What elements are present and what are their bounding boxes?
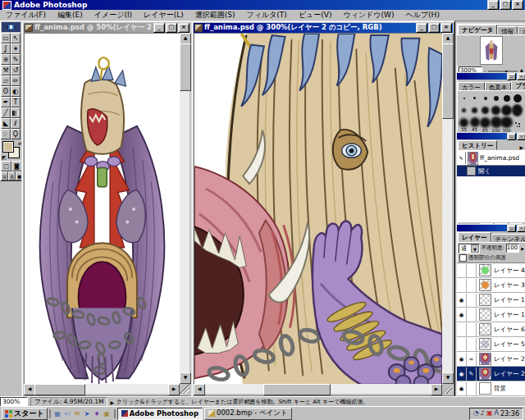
brushes-palette-titlebar[interactable]: ▭ × — [457, 73, 525, 80]
preserve-transparency-checkbox[interactable] — [459, 254, 467, 262]
doc50-vscroll-thumb[interactable] — [180, 43, 191, 91]
menu-filter[interactable]: フィルタ(T) — [241, 9, 293, 21]
channels-icon[interactable]: ➤ — [83, 409, 92, 418]
menu-select[interactable]: 選択範囲(S) — [189, 9, 241, 21]
dodge-tool[interactable]: ◐ — [11, 86, 21, 97]
eraser-tool[interactable]: ▱ — [1, 75, 11, 86]
rectangular-marquee-tool[interactable]: ▭ — [1, 33, 11, 43]
close-button[interactable]: × — [512, 0, 523, 10]
move-tool[interactable]: ↖ — [11, 33, 21, 43]
doc300-scroll-right-icon[interactable]: ▶ — [431, 384, 442, 395]
rubber-stamp-tool[interactable]: ⚒ — [1, 65, 11, 75]
doc50-vertical-scrollbar[interactable]: ▲ ▼ — [180, 33, 189, 384]
folder-icon[interactable]: ▣ — [103, 409, 112, 418]
brush-preset[interactable] — [459, 104, 469, 116]
visibility-eye-icon[interactable]: ◉ — [457, 308, 467, 322]
history-brush-tool[interactable]: ↺ — [11, 65, 21, 75]
layers-close-button[interactable]: × — [517, 225, 525, 232]
hand-tool[interactable]: ☞ — [1, 129, 11, 139]
brush-preset[interactable] — [512, 92, 523, 104]
start-button[interactable]: スタート — [2, 408, 48, 420]
layer-row[interactable]: レイヤー 6 — [457, 322, 525, 337]
brush-preset[interactable] — [512, 104, 523, 116]
foreground-color-swatch[interactable] — [2, 141, 14, 153]
brush-preset[interactable] — [480, 92, 491, 104]
layer-row[interactable]: ◉レイヤー 1 のコピー — [457, 293, 525, 308]
brush-preset[interactable] — [469, 104, 480, 116]
brush-preset[interactable] — [501, 92, 512, 104]
doc50-titlebar[interactable]: ff_anima.psd @ 50%(レイヤー 2 のコピー, RGB) _ □… — [24, 23, 190, 33]
gradient-tool[interactable] — [11, 107, 21, 118]
pencil-tool[interactable]: ✏ — [11, 75, 21, 86]
brush-preset[interactable] — [501, 104, 512, 116]
pen-tool[interactable]: ✒ — [1, 97, 11, 107]
document-window-50[interactable]: ff_anima.psd @ 50%(レイヤー 2 のコピー, RGB) _ □… — [21, 21, 193, 397]
layers-palette-titlebar[interactable]: ▭ × — [457, 225, 525, 231]
menu-window[interactable]: ウィンドウ(W) — [337, 9, 399, 21]
link-column[interactable] — [467, 382, 477, 395]
tray-scheduler-icon[interactable]: ◔ — [473, 409, 479, 418]
layer-row[interactable]: レイヤー 5 — [457, 337, 525, 352]
brush-preset[interactable]: 35 — [459, 116, 469, 133]
navigator-thumbnail[interactable] — [480, 36, 503, 65]
tab-navigator-オプション[interactable]: オプション — [518, 26, 525, 34]
doc300-minimize-button[interactable]: _ — [416, 23, 427, 33]
visibility-eye-icon[interactable]: ◉ — [457, 294, 467, 307]
layer-row[interactable]: レイヤー 4 — [457, 263, 525, 278]
doc300-vscroll-thumb[interactable] — [442, 43, 454, 119]
visibility-eye-icon[interactable]: ◉ — [457, 382, 467, 395]
brush-preset[interactable]: 65 — [480, 116, 491, 133]
tab-color-ブラシ[interactable]: ブラシ — [511, 80, 525, 90]
brush-preset[interactable] — [480, 104, 491, 116]
blur-tool[interactable]: ʘ — [1, 86, 11, 97]
taskbar-button-paint[interactable]: 0002.bmp - ペイント — [204, 408, 292, 420]
doc300-close-button[interactable]: × — [441, 23, 452, 33]
brush-preset[interactable] — [469, 92, 480, 104]
link-icon[interactable]: ∞ — [467, 353, 477, 366]
tab-layers-チャンネル[interactable]: チャンネル — [491, 234, 525, 242]
brush-preset[interactable] — [491, 92, 501, 104]
history-collapse-button[interactable]: ▭ — [507, 133, 516, 140]
lasso-tool[interactable]: ʆ — [1, 43, 11, 54]
brush-preset[interactable]: 100 — [491, 116, 501, 133]
measure-tool[interactable]: ╱ — [1, 107, 11, 118]
internet-explorer-icon[interactable]: ℮ — [63, 409, 72, 418]
magic-wand-tool[interactable]: ✦ — [11, 43, 21, 54]
airbrush-tool[interactable]: ≋ — [1, 54, 11, 65]
link-column[interactable] — [467, 264, 477, 277]
menu-edit[interactable]: 編集(E) — [52, 9, 89, 21]
visibility-eye-icon[interactable] — [457, 264, 467, 277]
doc50-close-button[interactable]: × — [178, 23, 189, 33]
opacity-arrow-icon[interactable]: ▶ — [521, 246, 524, 251]
status-tip-arrow-icon[interactable]: ▶ — [110, 399, 114, 405]
eyedropper-tool[interactable]: ℓ — [11, 118, 21, 129]
show-desktop-icon[interactable]: ▦ — [53, 409, 62, 418]
visibility-eye-icon[interactable] — [457, 338, 467, 351]
fullscreen-menubar-button[interactable]: ▥ — [8, 171, 16, 180]
type-tool[interactable]: T — [11, 97, 21, 107]
paintbrush-tool[interactable]: ✎ — [11, 54, 21, 65]
history-brush-source-box[interactable]: ✎ — [457, 152, 466, 164]
doc300-vertical-scrollbar[interactable]: ▲ ▼ — [442, 33, 452, 384]
doc50-scroll-up-icon[interactable]: ▲ — [180, 33, 191, 44]
default-colors-icon[interactable]: ◩ — [2, 154, 7, 160]
doc50-restore-button[interactable]: □ — [166, 23, 177, 33]
visibility-eye-icon[interactable] — [457, 323, 467, 336]
brushes-collapse-button[interactable]: ▭ — [507, 73, 516, 80]
tab-navigator-ナビゲータ[interactable]: ナビゲータ — [458, 25, 497, 34]
doc50-horizontal-scrollbar[interactable]: ◀ ▶ — [24, 384, 180, 394]
outlook-icon[interactable]: ✉ — [73, 409, 82, 418]
doc50-size-grip[interactable] — [180, 384, 189, 394]
brush-preset[interactable] — [512, 116, 523, 133]
doc300-horizontal-scrollbar[interactable]: ◀ ▶ — [194, 384, 442, 394]
menu-help[interactable]: ヘルプ(H) — [399, 9, 445, 21]
blend-mode-select[interactable]: 通常▼ — [459, 244, 480, 253]
history-close-button[interactable]: × — [517, 133, 525, 140]
brush-preset[interactable]: 45 — [469, 116, 480, 133]
standard-mode-button[interactable]: ▢ — [1, 161, 11, 171]
link-column[interactable] — [467, 323, 477, 336]
link-column[interactable] — [467, 338, 477, 351]
tray-ime-icon[interactable]: A — [494, 409, 498, 418]
active-paint-icon[interactable]: ✎ — [467, 368, 477, 381]
brush-preset[interactable]: 300 — [501, 116, 512, 133]
